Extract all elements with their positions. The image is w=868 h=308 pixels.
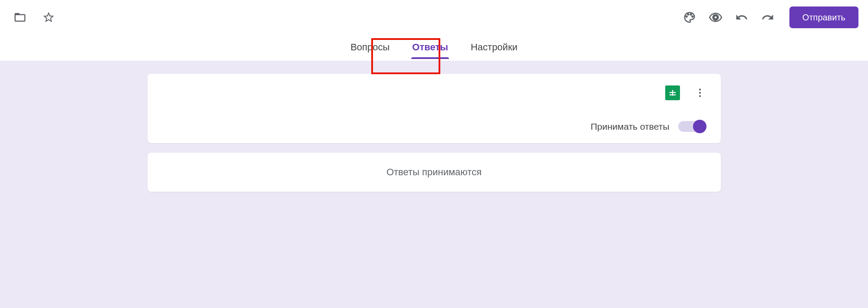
responses-status-card: Ответы принимаются [148, 153, 721, 192]
svg-point-1 [687, 14, 689, 15]
svg-point-4 [699, 88, 700, 90]
tab-responses[interactable]: Ответы [401, 38, 459, 61]
tabs-row: Вопросы Ответы Настройки [0, 35, 868, 61]
accept-responses-toggle[interactable] [678, 121, 705, 132]
svg-point-0 [686, 16, 687, 17]
accept-responses-label: Принимать ответы [591, 121, 669, 132]
svg-point-3 [692, 16, 693, 17]
responses-header-card: Принимать ответы [148, 74, 721, 143]
accept-responses-row: Принимать ответы [161, 121, 708, 132]
send-button[interactable]: Отправить [789, 7, 858, 28]
tab-questions[interactable]: Вопросы [339, 38, 401, 61]
header-left [10, 7, 59, 28]
tabs: Вопросы Ответы Настройки [339, 38, 529, 61]
sheets-icon[interactable] [665, 85, 680, 100]
svg-point-5 [699, 92, 700, 94]
preview-icon[interactable] [705, 7, 726, 28]
folder-icon[interactable] [10, 7, 30, 28]
toggle-knob [693, 120, 706, 133]
main-canvas: Принимать ответы Ответы принимаются [0, 61, 868, 308]
redo-icon[interactable] [757, 7, 778, 28]
responses-status-message: Ответы принимаются [386, 167, 482, 177]
responses-header-actions [161, 85, 708, 101]
header-right: Отправить [679, 7, 858, 28]
undo-icon[interactable] [731, 7, 752, 28]
svg-point-6 [699, 95, 700, 97]
tab-settings[interactable]: Настройки [459, 38, 529, 61]
palette-icon[interactable] [679, 7, 700, 28]
more-icon[interactable] [692, 85, 708, 101]
svg-point-2 [690, 14, 691, 15]
star-icon[interactable] [38, 7, 59, 28]
header: Отправить [0, 0, 868, 35]
